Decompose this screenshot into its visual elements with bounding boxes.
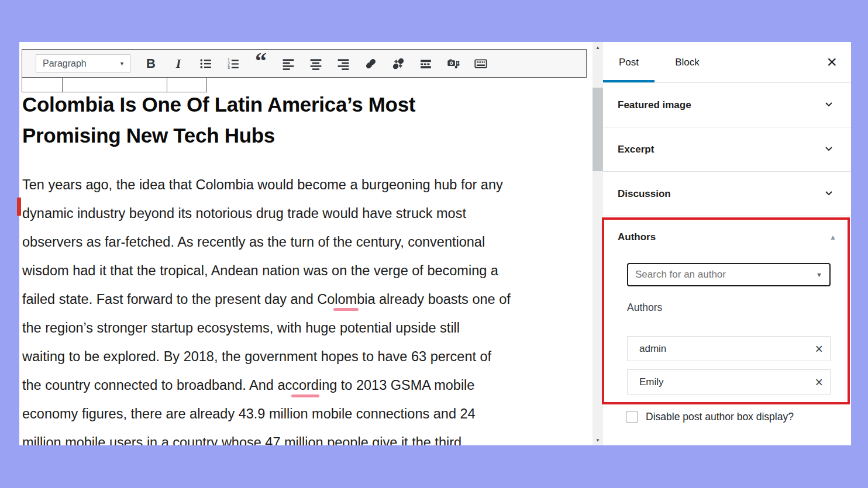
panel-label: Excerpt: [618, 144, 654, 155]
panel-label: Featured image: [618, 99, 691, 111]
collapse-panel-button[interactable]: ▲: [829, 233, 836, 241]
add-media-button[interactable]: [440, 53, 466, 75]
svg-text:3: 3: [228, 65, 230, 70]
scroll-down-icon[interactable]: ▼: [593, 435, 603, 445]
panel-excerpt[interactable]: Excerpt: [603, 127, 851, 172]
align-left-icon: [282, 57, 295, 70]
post-paragraph-line[interactable]: the country connected to broadband. And …: [22, 371, 511, 400]
scrollbar-thumb[interactable]: [593, 88, 603, 171]
settings-sidebar: PostBlock × Featured imageExcerptDiscuss…: [603, 42, 851, 445]
remove-author-button[interactable]: ×: [815, 376, 823, 388]
align-right-icon: [337, 57, 350, 70]
triangle-up-icon: ▲: [829, 233, 836, 241]
chevron-down-icon: [822, 97, 836, 113]
post-title[interactable]: Colombia Is One Of Latin America’s MostP…: [22, 89, 415, 151]
post-paragraph-line[interactable]: wisdom had it that the tropical, Andean …: [22, 257, 511, 285]
bulleted-list-icon: [199, 57, 212, 70]
desktop-background: { "editor": { "toolbar": { "block_select…: [0, 0, 868, 488]
block-format-value: Paragraph: [43, 58, 87, 69]
author-token-list: admin×Emily×: [627, 336, 831, 403]
close-icon: ×: [826, 52, 837, 71]
authors-panel-title: Authors: [618, 231, 656, 243]
disable-author-box-checkbox[interactable]: [626, 411, 638, 423]
read-more-tag-button[interactable]: [413, 53, 439, 75]
block-format-select[interactable]: Paragraph ▼: [36, 54, 130, 72]
chevron-down-icon: ▼: [119, 61, 125, 67]
unlink-icon: [392, 57, 405, 70]
author-token-admin: admin×: [627, 336, 831, 361]
close-icon: ×: [815, 375, 823, 390]
post-paragraph-line[interactable]: waiting to be explored. By 2018, the gov…: [22, 342, 511, 371]
post-paragraph-line[interactable]: dynamic industry beyond its notorious dr…: [22, 199, 511, 228]
dropdown-caret-icon[interactable]: ▼: [809, 271, 829, 278]
post-title-line[interactable]: Colombia Is One Of Latin America’s Most: [22, 89, 415, 120]
sidebar-tabs: PostBlock: [603, 42, 851, 83]
post-paragraph-line[interactable]: Ten years ago, the idea that Colombia wo…: [22, 171, 511, 199]
authors-list-label: Authors: [627, 302, 662, 314]
link-icon: [364, 57, 377, 70]
post-paragraph-line[interactable]: economy figures, there are already 43.9 …: [22, 400, 511, 428]
bulleted-list-button[interactable]: [193, 53, 219, 75]
toolbar-icons: BI123“: [138, 52, 494, 75]
author-name: Emily: [639, 376, 664, 388]
post-paragraph-line[interactable]: failed state. Fast forward to the presen…: [22, 285, 511, 314]
post-paragraph[interactable]: Ten years ago, the idea that Colombia wo…: [22, 171, 511, 445]
align-right-button[interactable]: [330, 53, 356, 75]
author-token-emily: Emily×: [627, 369, 831, 394]
read-more-tag-icon: [419, 57, 432, 70]
grammar-underline-and-2: [291, 394, 319, 397]
remove-author-button[interactable]: ×: [815, 343, 823, 355]
classic-block-toolbar: Paragraph ▼ BI123“: [22, 49, 587, 78]
disable-author-box-label: Disable post author box display?: [646, 411, 794, 423]
scroll-up-icon[interactable]: ▲: [593, 43, 603, 52]
align-center-icon: [309, 57, 322, 70]
author-search-combobox[interactable]: ▼: [627, 263, 831, 286]
author-search-input[interactable]: [628, 269, 809, 281]
panel-featured-image[interactable]: Featured image: [603, 83, 851, 127]
link-button[interactable]: [358, 53, 384, 75]
authors-panel-header[interactable]: Authors ▲: [618, 230, 836, 244]
tab-block[interactable]: Block: [655, 42, 720, 82]
italic-button[interactable]: I: [166, 53, 191, 75]
editor-scrollbar[interactable]: ▲ ▼: [593, 42, 603, 445]
sidebar-panels: Featured imageExcerptDiscussion: [603, 83, 851, 216]
close-icon: ×: [815, 341, 823, 357]
author-name: admin: [639, 343, 666, 355]
grammar-underline-and: [333, 308, 359, 311]
wordpress-editor-window: Paragraph ▼ BI123“ Colombia Is One Of La…: [19, 42, 851, 445]
tab-post[interactable]: Post: [603, 42, 655, 82]
disable-author-box-row: Disable post author box display?: [626, 411, 794, 423]
add-media-icon: [447, 57, 460, 70]
unlink-button[interactable]: [385, 53, 411, 75]
keyboard-toggle-button[interactable]: [468, 53, 494, 75]
close-sidebar-button[interactable]: ×: [826, 52, 837, 72]
align-left-button[interactable]: [275, 53, 301, 75]
post-paragraph-line[interactable]: million mobile users in a country whose …: [22, 428, 511, 445]
bold-button[interactable]: B: [138, 53, 164, 75]
blockquote-icon: “: [255, 58, 267, 69]
italic-icon: I: [176, 56, 181, 71]
panel-label: Discussion: [618, 188, 671, 200]
red-margin-marker: [17, 198, 21, 216]
keyboard-toggle-icon: [474, 57, 487, 70]
numbered-list-button[interactable]: 123: [221, 53, 246, 75]
chevron-down-icon: [822, 186, 836, 202]
align-center-button[interactable]: [303, 53, 329, 75]
panel-discussion[interactable]: Discussion: [603, 172, 851, 216]
numbered-list-icon: 123: [227, 57, 240, 70]
blockquote-button[interactable]: “: [248, 53, 274, 75]
post-paragraph-line[interactable]: the region’s stronger startup ecosystems…: [22, 314, 511, 342]
editor-canvas[interactable]: Paragraph ▼ BI123“ Colombia Is One Of La…: [19, 42, 593, 445]
bold-icon: B: [146, 56, 156, 71]
chevron-down-icon: [822, 141, 836, 158]
post-paragraph-line[interactable]: observers as far-fetched. As recently as…: [22, 228, 511, 257]
post-title-line[interactable]: Promising New Tech Hubs: [22, 120, 415, 151]
